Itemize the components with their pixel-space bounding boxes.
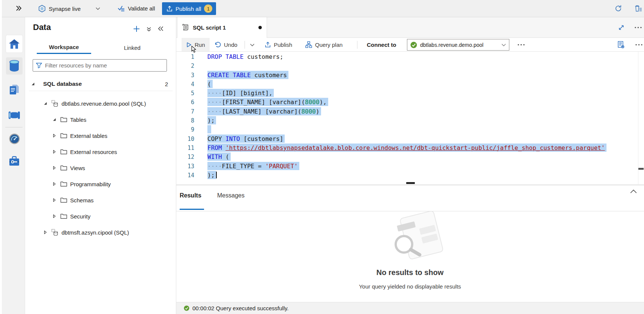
publish-label: Publish	[274, 42, 292, 48]
code-line-10[interactable]: 10COPY INTO [customers]	[176, 135, 638, 144]
code-line-6[interactable]: 6····[FIRST_NAME] [varchar](8000),	[176, 98, 638, 107]
tab-workspace[interactable]: Workspace	[37, 41, 91, 54]
code-line-7[interactable]: 7····[LAST_NAME] [varchar](8000)	[176, 107, 638, 116]
code-line-12[interactable]: 12WITH (	[176, 153, 638, 161]
editor-scrollbar[interactable]	[638, 52, 638, 184]
collapse-panel-icon[interactable]	[158, 26, 164, 31]
tab-sql-script-1[interactable]: SQL script 1	[177, 17, 267, 38]
pool-selector-dropdown[interactable]: dbtlabs.revenue.demo.pool	[407, 39, 509, 51]
discard-all-icon[interactable]	[634, 4, 642, 12]
tree-item-external-tables[interactable]: External tables	[25, 129, 176, 142]
pane-more-actions-icon[interactable]	[635, 44, 642, 46]
script-tab-title: SQL script 1	[193, 24, 226, 31]
query-status-bar: 00:00:02 Query executed successfully.	[176, 302, 644, 314]
run-button[interactable]: Run	[182, 38, 210, 51]
expand-arrow-icon[interactable]	[52, 198, 57, 202]
validate-label: Validate all	[128, 5, 155, 12]
code-line-3[interactable]: 3CREATE TABLE customers	[176, 71, 638, 80]
folder-icon	[60, 197, 67, 203]
refresh-icon[interactable]	[614, 4, 622, 12]
expand-arrow-icon[interactable]	[52, 182, 57, 186]
expand-arrow-icon[interactable]	[52, 166, 57, 170]
expand-arrow-icon[interactable]	[52, 150, 57, 154]
line-number: 4	[176, 80, 194, 89]
code-line-2[interactable]: 2	[176, 61, 638, 70]
expand-arrow-icon[interactable]	[52, 134, 57, 138]
line-number: 7	[176, 107, 194, 116]
code-editor[interactable]: 1DROP TABLE customers;23CREATE TABLE cus…	[176, 52, 644, 184]
toolbar-divider	[245, 41, 245, 49]
tab-linked[interactable]: Linked	[105, 41, 159, 54]
tree-item-programmability[interactable]: Programmability	[25, 177, 176, 191]
folder-icon	[60, 133, 67, 139]
top-bar: Synapse live Validate all Publish all 1	[2, 0, 644, 17]
tab-messages[interactable]: Messages	[217, 192, 245, 209]
tree-item-security[interactable]: Security	[25, 209, 176, 223]
pool-chevron-icon	[501, 43, 506, 46]
folder-icon	[60, 117, 67, 123]
tree-item-dbtlabs-revenue-demo-pool-sql[interactable]: dbtlabs.revenue.demo.pool (SQL)	[25, 97, 176, 110]
code-line-14[interactable]: 14);	[176, 171, 638, 180]
code-line-4[interactable]: 4(	[176, 80, 638, 89]
collapse-arrow-icon[interactable]	[52, 118, 57, 121]
sidebar-item-home[interactable]	[6, 35, 23, 52]
code-line-5[interactable]: 5····[ID] [bigint],	[176, 89, 638, 98]
collapse-results-chevron-icon[interactable]	[630, 190, 637, 193]
collapse-arrow-icon[interactable]	[31, 82, 35, 86]
tree-item-dbtmsft-azsyn-cipool-sql[interactable]: dbtmsft.azsyn.cipool (SQL)	[25, 226, 176, 239]
expand-arrow-icon[interactable]	[52, 214, 57, 218]
tree-group-sql-database[interactable]: SQL database 2	[25, 77, 176, 91]
query-plan-button[interactable]: Query plan	[305, 38, 342, 51]
data-panel-title: Data	[33, 22, 51, 32]
expand-menu-icon[interactable]	[15, 5, 22, 12]
line-content: FROM 'https://dbtlabsynapsedatalake.blob…	[207, 144, 606, 152]
code-line-9[interactable]: 9	[176, 125, 638, 134]
query-plan-label: Query plan	[315, 42, 342, 48]
scrollbar-cursor-mark	[638, 168, 644, 170]
line-number: 8	[176, 116, 194, 125]
collapse-arrow-icon[interactable]	[43, 102, 48, 105]
sidebar-item-manage[interactable]	[6, 152, 23, 169]
sidebar-item-data[interactable]	[6, 57, 23, 75]
line-content: ····[FIRST_NAME] [varchar](8000),	[207, 98, 328, 106]
code-line-1[interactable]: 1DROP TABLE customers;	[176, 52, 638, 61]
filter-resources-input[interactable]	[45, 62, 164, 69]
tree-item-tables[interactable]: Tables	[25, 113, 176, 126]
run-options-chevron-icon[interactable]	[250, 43, 255, 46]
tree-item-views[interactable]: Views	[25, 161, 176, 175]
publish-all-button[interactable]: Publish all 1	[162, 2, 216, 15]
unsaved-changes-dot	[258, 26, 262, 29]
line-number: 6	[176, 98, 194, 107]
publish-count-badge: 1	[204, 4, 212, 13]
tree-item-label: Programmability	[70, 181, 111, 187]
expand-editor-icon[interactable]	[618, 24, 624, 31]
sidebar-item-develop[interactable]	[6, 81, 23, 98]
code-line-13[interactable]: 13····FILE_TYPE = 'PARQUET'	[176, 162, 638, 171]
group-count: 2	[165, 81, 168, 87]
rail-divider	[5, 127, 23, 127]
expand-arrow-icon[interactable]	[43, 230, 48, 234]
code-line-8[interactable]: 8);	[176, 116, 638, 125]
toolbar-more-actions-icon[interactable]	[518, 44, 525, 46]
sidebar-item-integrate[interactable]	[6, 106, 23, 124]
add-resource-icon[interactable]	[133, 25, 140, 32]
tab-more-actions-icon[interactable]	[635, 27, 642, 28]
splitter-drag-handle[interactable]	[406, 182, 415, 184]
connect-to-label: Connect to	[367, 38, 396, 51]
double-chevron-down-icon[interactable]	[146, 27, 152, 32]
properties-icon[interactable]	[617, 41, 625, 49]
synapse-live-selector[interactable]: Synapse live	[38, 5, 81, 12]
tab-results[interactable]: Results	[180, 192, 201, 209]
document-icon	[9, 84, 20, 95]
undo-button[interactable]: Undo	[215, 38, 237, 51]
sidebar-item-monitor[interactable]	[6, 130, 23, 147]
undo-label: Undo	[224, 42, 237, 48]
code-line-11[interactable]: 11FROM 'https://dbtlabsynapsedatalake.bl…	[176, 144, 638, 153]
mode-chevron-icon[interactable]	[96, 7, 100, 10]
publish-button[interactable]: Publish	[265, 38, 292, 51]
validate-all-button[interactable]: Validate all	[117, 5, 155, 12]
line-number: 1	[176, 52, 194, 61]
tree-item-external-resources[interactable]: External resources	[25, 145, 176, 158]
folder-icon	[60, 165, 67, 171]
tree-item-schemas[interactable]: Schemas	[25, 193, 176, 207]
